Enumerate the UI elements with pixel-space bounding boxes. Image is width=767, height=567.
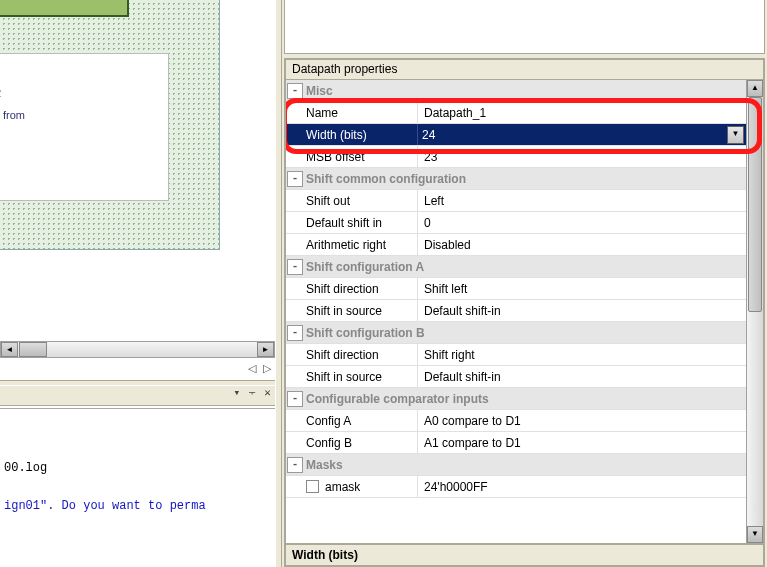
- prop-default-shift-in[interactable]: Default shift in 0: [286, 212, 746, 234]
- category-misc[interactable]: - Misc: [286, 80, 746, 102]
- collapse-icon[interactable]: -: [287, 259, 303, 275]
- vscroll-up-button[interactable]: ▲: [747, 80, 763, 97]
- prop-config-a[interactable]: Config A A0 compare to D1: [286, 410, 746, 432]
- width-value-cell[interactable]: 24 ▼: [418, 124, 746, 145]
- tab-nav-arrows[interactable]: ◁ ▷: [248, 362, 273, 375]
- width-value: 24: [422, 124, 435, 146]
- prop-b-shift-direction[interactable]: Shift direction Shift right: [286, 344, 746, 366]
- pin-close-icons[interactable]: ▾ ⫟ ✕: [234, 386, 272, 399]
- output-line: 00.log: [4, 455, 271, 481]
- vscroll-down-button[interactable]: ▼: [747, 526, 763, 543]
- datapath-block[interactable]: [0, 0, 129, 17]
- desc-line: nt.: [0, 126, 162, 148]
- prop-arithmetic-right[interactable]: Arithmetic right Disabled: [286, 234, 746, 256]
- prop-msb-offset[interactable]: MSB offset 23: [286, 146, 746, 168]
- prop-a-shift-in-source[interactable]: Shift in source Default shift-in: [286, 300, 746, 322]
- collapse-icon[interactable]: -: [287, 83, 303, 99]
- desc-line: ata registers, and 2: [0, 82, 162, 104]
- vscroll-thumb[interactable]: [748, 97, 762, 312]
- hscroll-thumb[interactable]: [19, 342, 47, 357]
- canvas-scroll-region: ◄ ► ◁ ▷: [0, 332, 275, 374]
- collapse-icon[interactable]: -: [287, 171, 303, 187]
- amask-label: amask: [325, 480, 360, 494]
- dropdown-icon[interactable]: ▼: [727, 126, 744, 144]
- prop-b-shift-in-source[interactable]: Shift in source Default shift-in: [286, 366, 746, 388]
- datapath-properties-panel: Datapath properties - Misc Name Datapath…: [284, 58, 765, 567]
- schematic-canvas[interactable]: atapath instruction ata registers, and 2…: [0, 0, 275, 375]
- category-comparator[interactable]: - Configurable comparator inputs: [286, 388, 746, 410]
- output-line: ign01". Do you want to perma: [4, 493, 271, 519]
- collapse-icon[interactable]: -: [287, 391, 303, 407]
- property-description: Width (bits): [286, 543, 763, 565]
- output-panel-header: ▾ ⫟ ✕: [0, 386, 275, 406]
- category-shift-a[interactable]: - Shift configuration A: [286, 256, 746, 278]
- prop-amask[interactable]: amask 24'h0000FF: [286, 476, 746, 498]
- vscroll[interactable]: ▲ ▼: [746, 80, 763, 543]
- collapse-icon[interactable]: -: [287, 457, 303, 473]
- hscroll[interactable]: ◄ ►: [0, 341, 275, 358]
- prop-shift-out[interactable]: Shift out Left: [286, 190, 746, 212]
- desc-line: atapath instruction: [0, 60, 162, 82]
- prop-name[interactable]: Name Datapath_1: [286, 102, 746, 124]
- datapath-component-bg: atapath instruction ata registers, and 2…: [0, 0, 220, 250]
- left-pane: atapath instruction ata registers, and 2…: [0, 0, 275, 567]
- prop-width[interactable]: Width (bits) 24 ▼: [286, 124, 746, 146]
- collapse-icon[interactable]: -: [287, 325, 303, 341]
- prop-a-shift-direction[interactable]: Shift direction Shift left: [286, 278, 746, 300]
- output-panel[interactable]: 00.log ign01". Do you want to perma: [0, 408, 275, 567]
- category-shift-common[interactable]: - Shift common configuration: [286, 168, 746, 190]
- property-grid[interactable]: - Misc Name Datapath_1 Width (bits) 24 ▼…: [286, 80, 763, 543]
- category-masks[interactable]: - Masks: [286, 454, 746, 476]
- hscroll-left-button[interactable]: ◄: [1, 342, 18, 357]
- desc-line: e access to signals from: [0, 104, 162, 126]
- panel-title: Datapath properties: [286, 60, 763, 80]
- category-shift-b[interactable]: - Shift configuration B: [286, 322, 746, 344]
- desc-line: d instructions, like: [0, 148, 162, 170]
- blank-area: [284, 0, 765, 54]
- vertical-splitter[interactable]: [275, 0, 282, 567]
- properties-pane: Datapath properties - Misc Name Datapath…: [282, 0, 767, 567]
- amask-label-cell: amask: [286, 476, 418, 497]
- datapath-description: atapath instruction ata registers, and 2…: [0, 53, 169, 201]
- prop-config-b[interactable]: Config B A1 compare to D1: [286, 432, 746, 454]
- amask-checkbox[interactable]: [306, 480, 319, 493]
- hscroll-right-button[interactable]: ►: [257, 342, 274, 357]
